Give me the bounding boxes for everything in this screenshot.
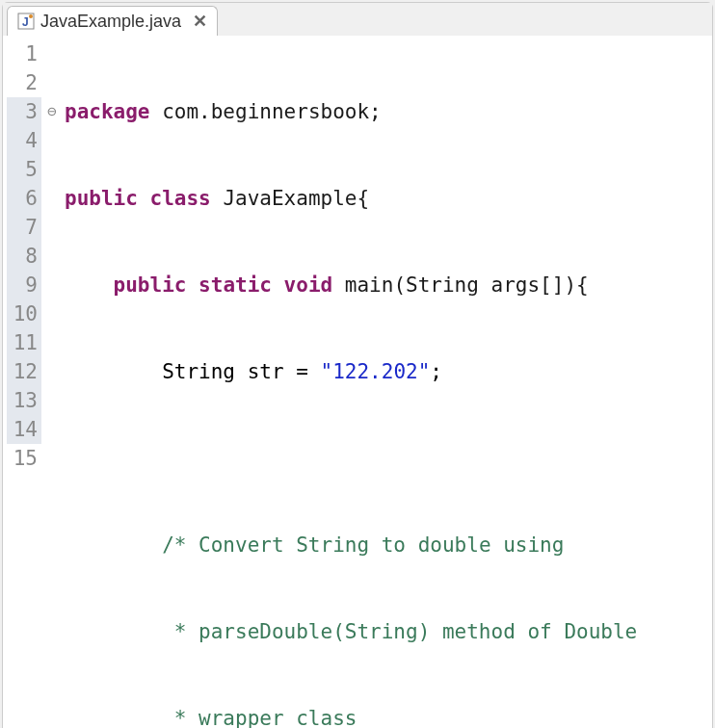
line-number: 7: [7, 213, 41, 242]
code-line: [65, 444, 712, 473]
line-number: 6: [7, 184, 41, 213]
line-number: 3: [7, 97, 41, 126]
svg-text:J: J: [22, 15, 29, 29]
line-number: 8: [7, 242, 41, 271]
code-line: * parseDouble(String) method of Double: [65, 617, 712, 646]
svg-point-2: [29, 14, 33, 18]
java-file-icon: J: [17, 13, 35, 30]
line-number: 12: [7, 357, 41, 386]
line-number: 4: [7, 126, 41, 155]
fold-toggle-icon[interactable]: ⊖: [47, 97, 61, 126]
line-number: 5: [7, 155, 41, 184]
editor-tab-bar: J JavaExample.java ✕: [3, 3, 712, 36]
line-number: 2: [7, 68, 41, 97]
code-line: public static void main(String args[]){: [65, 271, 712, 299]
editor-tab[interactable]: J JavaExample.java ✕: [7, 6, 218, 36]
line-number: 15: [7, 444, 41, 473]
line-number-gutter: 1 2 3 4 5 6 7 8 9 10 11 12 13 14 15: [3, 36, 47, 728]
fold-column: ⊖: [47, 36, 61, 728]
editor-panel: J JavaExample.java ✕ 1 2 3 4 5 6 7 8 9 1…: [2, 2, 713, 728]
code-content[interactable]: package com.beginnersbook; public class …: [61, 36, 712, 728]
code-line: package com.beginnersbook;: [65, 97, 712, 126]
line-number: 14: [7, 415, 41, 444]
close-tab-icon[interactable]: ✕: [193, 11, 207, 32]
line-number: 10: [7, 299, 41, 328]
line-number: 1: [7, 39, 41, 68]
line-number: 13: [7, 386, 41, 415]
line-number: 9: [7, 271, 41, 299]
tab-filename: JavaExample.java: [40, 12, 181, 32]
code-editor[interactable]: 1 2 3 4 5 6 7 8 9 10 11 12 13 14 15 ⊖ pa…: [3, 36, 712, 728]
code-line: /* Convert String to double using: [65, 531, 712, 559]
code-line: String str = "122.202";: [65, 357, 712, 386]
line-number: 11: [7, 328, 41, 357]
code-line: public class JavaExample{: [65, 184, 712, 213]
code-line: * wrapper class: [65, 704, 712, 728]
